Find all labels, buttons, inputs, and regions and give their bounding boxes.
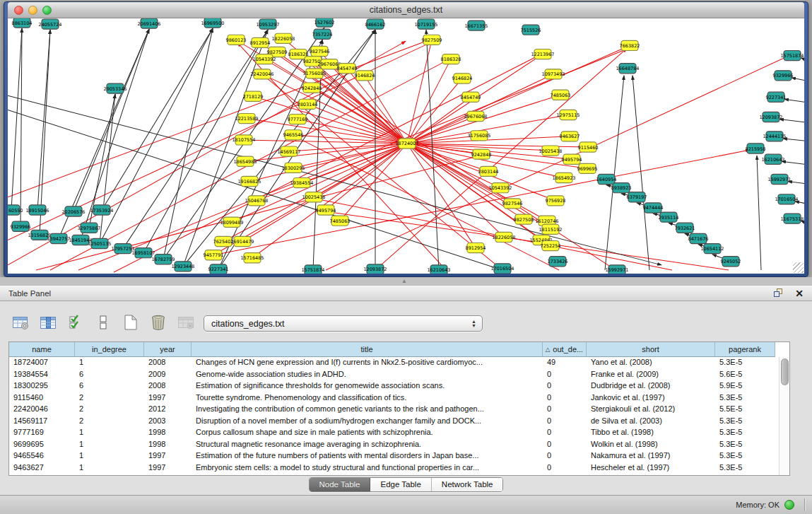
minimize-window-icon[interactable] [28,6,37,15]
graph-node-yellow[interactable]: 9495794 [316,205,336,215]
graph-node-teal[interactable]: 1733426 [548,257,568,267]
graph-node-yellow[interactable]: 2803144 [478,166,499,176]
delete-rows-trash-icon[interactable] [149,313,167,332]
graph-node-yellow[interactable]: 9115460 [578,142,599,152]
graph-node-teal[interactable]: 16210643 [762,154,785,164]
graph-node-yellow[interactable]: 7252254 [541,240,561,250]
network-window-titlebar[interactable]: citations_edges.txt [8,2,804,18]
float-panel-icon[interactable] [774,288,784,298]
graph-node-yellow[interactable]: 18226058 [272,33,295,43]
table-selector-dropdown[interactable]: citations_edges.txt ▲▼ [204,315,483,332]
table-row[interactable]: 1456911722003Disruption of a novel membe… [9,416,779,428]
graph-node-yellow[interactable]: 9777169 [288,115,308,124]
zoom-window-icon[interactable] [42,6,52,15]
graph-node-yellow[interactable]: 9699695 [577,163,598,173]
graph-node-yellow[interactable]: 15046768 [245,196,269,206]
graph-node-teal[interactable]: 17353924 [90,205,114,215]
graph-node-yellow[interactable]: 8912954 [250,37,271,47]
graph-node-teal[interactable]: 24055724 [39,19,62,29]
column-header-short[interactable]: short [587,342,715,357]
graph-node-yellow[interactable]: 9860123 [226,35,247,45]
graph-node-teal[interactable]: 7357224 [312,29,333,39]
close-window-icon[interactable] [14,6,23,15]
graph-node-teal[interactable]: 9474444 [643,203,664,213]
tab-node-table[interactable]: Node Table [310,478,371,491]
graph-node-teal[interactable]: 15751874 [781,51,804,61]
graph-node-teal[interactable]: 8471676 [688,233,709,243]
column-header-in_degree[interactable]: in_degree [75,342,144,357]
graph-node-teal[interactable]: 12093872 [760,112,783,122]
graph-node-yellow[interactable]: 18107554 [233,135,256,145]
graph-node-teal[interactable]: 11675318 [781,214,804,223]
graph-node-yellow[interactable]: 9457791 [204,250,224,260]
graph-node-yellow[interactable]: 10025438 [539,146,563,156]
graph-node-teal[interactable]: 7932621 [675,223,695,233]
graph-node-teal[interactable]: 16648784 [616,64,640,74]
table-row[interactable]: 1830029562008Estimation of significance … [9,380,779,392]
graph-node-yellow[interactable]: 14569117 [278,146,301,156]
tab-edge-table[interactable]: Edge Table [370,478,431,491]
graph-node-teal[interactable]: 9245052 [721,257,741,267]
table-row[interactable]: 1938455462009Genome-wide association stu… [9,369,779,381]
graph-node-teal[interactable]: 32975867 [78,223,101,233]
graph-node-teal[interactable]: 7515526 [521,25,541,35]
select-all-icon[interactable] [66,313,85,332]
citation-network-graph[interactable]: 1872400798601238912954182260589827509818… [8,18,804,274]
graph-node-yellow[interactable]: 19166825 [238,176,261,186]
graph-node-yellow[interactable]: 9463627 [560,132,580,141]
graph-node-teal[interactable]: 6379197 [627,192,647,202]
new-table-icon[interactable] [122,313,140,332]
graph-node-yellow[interactable]: 18654985 [234,156,257,166]
graph-node-yellow[interactable]: 9827509 [422,35,442,45]
vertical-scrollbar[interactable] [779,357,789,475]
scrollbar-thumb[interactable] [781,358,789,385]
graph-node-yellow[interactable]: 9827546 [502,199,523,209]
graph-node-yellow[interactable]: 29676068 [464,111,488,121]
graph-node-yellow[interactable]: 12213967 [531,49,555,59]
graph-node-yellow[interactable]: 8186328 [441,54,461,64]
graph-node-teal[interactable]: 20691406 [138,18,161,28]
graph-node-yellow[interactable]: 2718129 [243,91,264,101]
graph-node-yellow[interactable]: 8454749 [337,64,358,74]
graph-node-yellow[interactable]: 9827546 [310,46,330,56]
graph-node-teal[interactable]: 1640954 [596,174,617,184]
graph-node-yellow[interactable]: 10543392 [253,54,276,64]
graph-node-yellow[interactable]: 18226058 [493,232,516,242]
graph-node-yellow[interactable]: 19384554 [290,177,314,187]
graph-node-teal[interactable]: 17016504 [491,264,514,274]
graph-node-teal[interactable]: 12505135 [88,238,112,248]
graph-node-teal[interactable]: 15751874 [302,265,325,274]
graph-node-yellow[interactable]: 8912954 [466,243,486,253]
graph-node-yellow[interactable]: 10543392 [489,183,512,193]
graph-node-teal[interactable]: 29053346 [104,83,127,93]
graph-node-teal[interactable]: 17016504 [775,194,799,204]
table-row[interactable]: 969969511998Structural magnetic resonanc… [9,439,779,451]
graph-node-teal[interactable]: 1527602 [314,18,335,27]
table-row[interactable]: 946554611997Estimation of the future num… [9,450,779,462]
column-header-pagerank[interactable]: pagerank [715,342,775,357]
graph-node-yellow[interactable]: 9146824 [355,71,375,81]
column-header-name[interactable]: name [9,342,75,357]
graph-node-yellow[interactable]: 9756928 [546,196,566,206]
graph-node-yellow[interactable]: 9242848 [302,83,322,93]
graph-node-teal[interactable]: 9329966 [773,71,794,81]
graph-node-teal[interactable]: 9227341 [208,264,229,274]
graph-node-teal[interactable]: 2935114 [659,212,679,222]
graph-node-teal[interactable]: 12923448 [172,262,195,271]
graph-node-yellow[interactable]: 15716485 [241,253,264,263]
window-resize-grip[interactable] [793,262,804,273]
graph-node-teal[interactable]: 10953297 [257,19,280,29]
column-header-title[interactable]: title [192,342,543,357]
graph-node-teal[interactable]: 16671355 [465,21,488,30]
graph-node-teal[interactable]: 18915046 [26,205,49,215]
graph-node-yellow[interactable]: 9495794 [562,154,582,164]
graph-node-teal[interactable]: 12444135 [763,132,787,141]
graph-node-teal[interactable]: 20206576 [62,206,86,216]
graph-node-yellow[interactable]: 22420046 [251,69,274,79]
graph-node-yellow[interactable]: 7485063 [551,90,571,100]
graph-node-yellow[interactable]: 2803144 [298,99,318,109]
graph-node-teal[interactable]: 12093872 [364,264,387,274]
graph-node-yellow[interactable]: 18099489 [220,217,244,227]
unselect-all-icon[interactable] [94,313,112,332]
graph-node-yellow[interactable]: 18115192 [539,224,563,234]
